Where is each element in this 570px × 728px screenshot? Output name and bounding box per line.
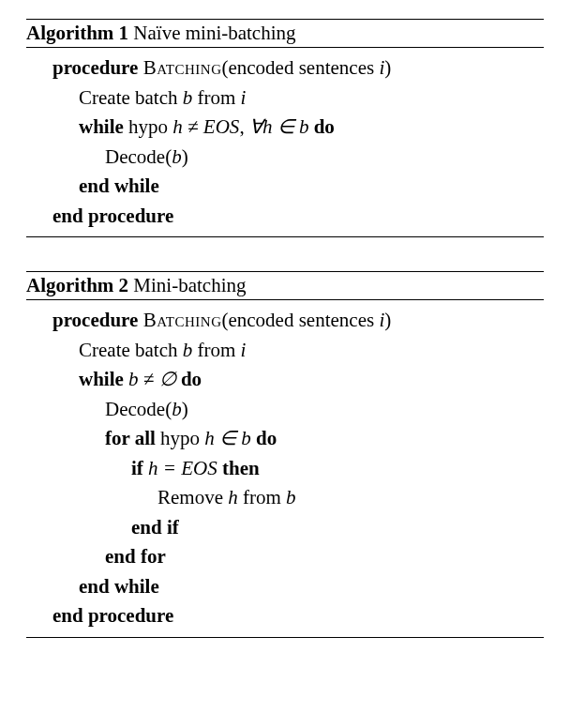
text: hypo: [160, 427, 204, 449]
algorithm-number: Algorithm 2: [26, 274, 128, 296]
alg-line: while hypo h ≠ EOS, ∀h ∈ b do: [26, 113, 544, 143]
keyword: end if: [131, 516, 179, 538]
text: hypo: [128, 115, 172, 138]
procedure-args: (encoded sentences: [221, 56, 379, 79]
procedure-args-close: ): [384, 309, 391, 331]
text: Decode(: [105, 398, 172, 420]
rule-bottom: [26, 236, 544, 237]
alg-line: Create batch b from i: [26, 336, 544, 366]
alg-line: end for: [26, 542, 544, 572]
algorithm-body: procedure Batching(encoded sentences i) …: [26, 300, 544, 637]
math-italic: i: [241, 339, 247, 361]
alg-line: Decode(b): [26, 395, 544, 425]
keyword: do: [181, 368, 202, 390]
algorithm-body: procedure Batching(encoded sentences i) …: [26, 48, 544, 236]
alg-line: for all hypo h ∈ b do: [26, 424, 544, 454]
text: from: [238, 486, 286, 508]
procedure-name: Batching: [143, 56, 222, 79]
keyword: do: [256, 427, 277, 449]
text: from: [192, 86, 240, 109]
rule-bottom: [26, 637, 544, 638]
page: { "algorithms": [ { "number_label": "Alg…: [0, 0, 570, 728]
keyword: end for: [105, 545, 166, 568]
keyword: end while: [79, 174, 159, 197]
math-italic: h = EOS: [148, 457, 218, 479]
kw-end-procedure: end procedure: [52, 205, 173, 227]
math-italic: b: [172, 145, 182, 168]
math-italic: b: [172, 398, 182, 420]
algorithm-title: Mini-batching: [133, 274, 246, 296]
algorithm-lines: Create batch b from iwhile b ≠ ∅ doDecod…: [26, 336, 544, 602]
text: ): [182, 398, 188, 420]
math-italic: b: [286, 486, 296, 508]
algorithm-title-line: Algorithm 1 Naïve mini-batching: [26, 20, 544, 47]
alg-line: Decode(b): [26, 143, 544, 173]
alg-line: Create batch b from i: [26, 83, 544, 114]
kw-procedure: procedure: [52, 309, 138, 331]
keyword: end while: [79, 575, 159, 598]
procedure-args: (encoded sentences: [221, 309, 379, 331]
kw-procedure: procedure: [52, 56, 138, 79]
algorithm-block-2: Algorithm 2 Mini-batching procedure Batc…: [26, 271, 544, 638]
alg-line: end procedure: [26, 202, 544, 232]
alg-line: if h = EOS then: [26, 454, 544, 484]
keyword: do: [314, 115, 335, 138]
math-italic: h ∈ b: [204, 427, 251, 449]
alg-line: end while: [26, 572, 544, 602]
algorithm-lines: Create batch b from iwhile hypo h ≠ EOS,…: [26, 83, 544, 202]
math-italic: b ≠ ∅: [128, 368, 176, 390]
alg-line: end procedure: [26, 601, 544, 631]
alg-line: Remove h from b: [26, 483, 544, 513]
alg-line: end if: [26, 513, 544, 543]
keyword: if: [131, 457, 148, 479]
procedure-args-close: ): [384, 56, 391, 79]
math-italic: ∀h ∈ b: [249, 115, 309, 138]
math-italic: i: [241, 86, 247, 109]
text: Create batch: [79, 339, 183, 361]
keyword: while: [79, 368, 128, 390]
keyword: while: [79, 115, 128, 138]
kw-end-procedure: end procedure: [52, 604, 173, 627]
text: from: [192, 339, 240, 361]
math-italic: b: [183, 86, 193, 109]
keyword: for all: [105, 427, 160, 449]
alg-line: procedure Batching(encoded sentences i): [26, 306, 544, 336]
math-italic: h: [228, 486, 238, 508]
algorithm-title-line: Algorithm 2 Mini-batching: [26, 272, 544, 299]
algorithm-title: Naïve mini-batching: [133, 22, 295, 44]
alg-line: end while: [26, 172, 544, 202]
algorithm-block-1: Algorithm 1 Naïve mini-batching procedur…: [26, 19, 544, 237]
alg-line: procedure Batching(encoded sentences i): [26, 53, 544, 83]
math-italic: b: [183, 339, 193, 361]
keyword: then: [222, 457, 260, 479]
text: ,: [239, 115, 249, 138]
math-italic: h ≠ EOS: [172, 115, 239, 138]
text: Create batch: [79, 86, 183, 109]
text: ): [182, 145, 188, 168]
text: Remove: [158, 486, 228, 508]
alg-line: while b ≠ ∅ do: [26, 365, 544, 395]
text: Decode(: [105, 145, 172, 168]
procedure-name: Batching: [143, 309, 222, 331]
algorithm-number: Algorithm 1: [26, 22, 128, 44]
